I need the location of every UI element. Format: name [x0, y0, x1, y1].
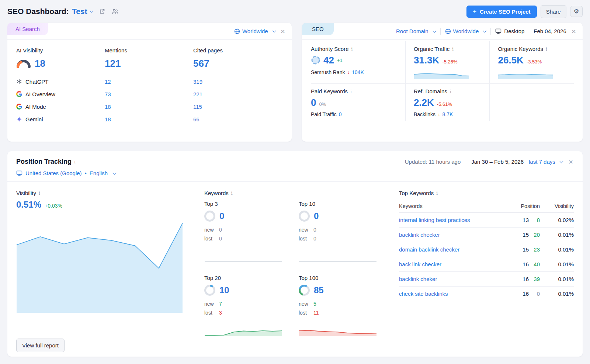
share-button[interactable]: Share	[541, 5, 566, 18]
visibility-section: Visibilityi 0.51% +0.03%	[16, 190, 183, 336]
gemini-mentions[interactable]: 18	[105, 113, 193, 125]
close-icon[interactable]: ×	[571, 27, 577, 35]
info-icon[interactable]: i	[39, 191, 40, 196]
position-tracking-title: Position Tracking	[16, 158, 72, 166]
info-icon[interactable]: i	[350, 89, 352, 94]
table-row: back link checker 1640 0.01%	[399, 257, 574, 272]
position-tracking-card: Position Tracking i Updated: 11 hours ag…	[7, 151, 583, 357]
project-name: Test	[72, 7, 87, 16]
backlinks-value[interactable]: 8.7K	[442, 111, 453, 117]
project-selector[interactable]: Test	[72, 7, 93, 16]
table-row: backlink cheker 1639 0.01%	[399, 272, 574, 287]
view-full-report-button[interactable]: View full report	[16, 339, 65, 352]
campaign-location: United States (Google)	[25, 170, 82, 176]
info-icon[interactable]: i	[452, 47, 454, 52]
date-selector[interactable]: Feb 04, 2026	[534, 28, 566, 34]
mentions-header: Mentions	[105, 47, 193, 58]
keyword-link[interactable]: domain backlink checker	[399, 246, 496, 253]
top-20-count: 10	[219, 285, 229, 295]
paid-keywords-cell: Paid Keywordsi 0 0% Paid Traffic 0	[311, 83, 405, 121]
arrow-down-icon: ↓	[438, 112, 440, 117]
semrush-rank-value[interactable]: 104K	[352, 69, 364, 75]
keyword-link[interactable]: backlink cheker	[399, 276, 496, 282]
dot-separator: •	[85, 170, 87, 176]
ai-search-tab: AI Search	[7, 23, 48, 35]
ai-visibility-total[interactable]: 18	[16, 58, 105, 75]
keyword-link[interactable]: backlink checker	[399, 232, 496, 238]
ai-overview-cited[interactable]: 221	[193, 88, 283, 100]
position-tracking-header: Position Tracking i Updated: 11 hours ag…	[7, 151, 583, 182]
info-icon[interactable]: i	[450, 89, 451, 94]
divider	[466, 159, 466, 165]
gauge-icon	[16, 60, 31, 68]
share-users-icon[interactable]	[112, 8, 118, 14]
gemini-icon	[16, 116, 22, 122]
organic-keywords-sparkline	[498, 69, 553, 80]
organic-traffic-delta: -5.26%	[442, 59, 457, 65]
divider	[440, 28, 441, 35]
chevron-down-icon	[89, 9, 93, 13]
seo-tab: SEO	[302, 23, 334, 35]
scope-selector[interactable]: Root Domain	[396, 28, 436, 34]
keyword-link[interactable]: check site backlinks	[399, 291, 496, 297]
organic-traffic-sparkline	[414, 69, 469, 80]
gear-icon[interactable]: ⚙	[570, 6, 583, 17]
divider	[490, 28, 491, 35]
seo-card-header: SEO Root Domain Worldwide Desktop	[302, 23, 583, 40]
mentions-total[interactable]: 121	[105, 58, 193, 75]
info-icon[interactable]: i	[436, 191, 438, 196]
ai-visibility-header: AI Visibility	[16, 47, 105, 58]
close-icon[interactable]: ×	[568, 158, 574, 166]
info-icon[interactable]: i	[74, 159, 76, 164]
close-icon[interactable]: ×	[280, 27, 286, 35]
ai-region-selector[interactable]: Worldwide	[234, 28, 275, 34]
chevron-down-icon	[483, 29, 487, 32]
authority-score-value[interactable]: 42	[323, 55, 334, 66]
info-icon[interactable]: i	[351, 47, 353, 52]
chevron-down-icon	[433, 29, 436, 32]
cited-pages-total[interactable]: 567	[193, 58, 283, 75]
ref-domains-cell: Ref. Domainsi 2.2K -5.61% Backlinks ↓ 8.…	[405, 83, 490, 121]
ai-overview-mentions[interactable]: 73	[105, 88, 193, 100]
donut-chart-icon	[204, 211, 215, 222]
table-header-row: Keywords Position Visibility	[399, 201, 574, 213]
top-10-count: 0	[314, 211, 319, 221]
keyword-link[interactable]: back link checker	[399, 261, 496, 267]
table-row: check site backlinks 160 0.01%	[399, 287, 574, 301]
top-20-sparkline	[204, 325, 282, 336]
ai-mode-mentions[interactable]: 18	[105, 100, 193, 113]
ai-mode-cited[interactable]: 115	[193, 100, 283, 113]
chevron-down-icon	[272, 29, 276, 32]
gemini-cited[interactable]: 66	[193, 113, 283, 125]
device-selector[interactable]: Desktop	[495, 28, 524, 34]
seo-region-selector[interactable]: Worldwide	[445, 28, 486, 34]
ai-search-card: AI Search Worldwide × AI Visibility Ment…	[7, 23, 292, 142]
create-seo-project-button[interactable]: + Create SEO Project	[466, 6, 537, 18]
seo-dashboard-page: SEO Dashboard: Test + Create SEO Project…	[0, 0, 590, 364]
top-keywords-table: Keywords Position Visibility internal li…	[399, 201, 574, 301]
authority-score-delta: +1	[337, 58, 343, 63]
info-icon[interactable]: i	[546, 47, 547, 52]
desktop-icon	[495, 28, 502, 34]
divider	[529, 28, 529, 35]
period-selector[interactable]: last 7 days	[529, 159, 563, 165]
ref-domains-delta: -5.61%	[437, 101, 452, 107]
seo-card: SEO Root Domain Worldwide Desktop	[302, 23, 583, 142]
campaign-language: English	[90, 170, 108, 176]
external-link-icon[interactable]	[99, 8, 105, 14]
chatgpt-cited[interactable]: 319	[193, 75, 283, 88]
google-icon	[16, 104, 22, 110]
ref-domains-value[interactable]: 2.2K	[414, 97, 434, 108]
paid-traffic-value[interactable]: 0	[339, 111, 342, 117]
organic-traffic-value[interactable]: 31.3K	[414, 55, 439, 66]
organic-keywords-value[interactable]: 26.5K	[498, 55, 523, 66]
paid-keywords-value[interactable]: 0	[311, 97, 316, 108]
ai-source-ai-overview: AI Overview	[16, 88, 105, 100]
info-icon[interactable]: i	[231, 191, 233, 196]
campaign-selector[interactable]: United States (Google) • English	[16, 170, 574, 176]
keyword-link[interactable]: internal linking best practices	[399, 217, 496, 223]
top-keywords-section: Top Keywordsi Keywords Position Visibili…	[399, 190, 574, 336]
donut-chart-icon	[299, 285, 310, 296]
chatgpt-mentions[interactable]: 12	[105, 75, 193, 88]
top-3-sparkline	[204, 251, 282, 262]
